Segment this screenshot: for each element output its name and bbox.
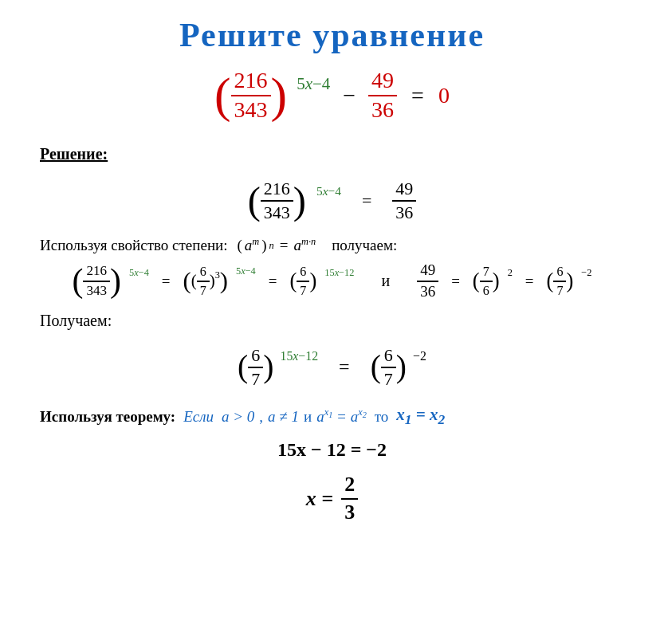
final-den: 3 (341, 500, 358, 524)
exp-f5: 7 6 (480, 265, 493, 298)
final-num: 2 (341, 473, 358, 500)
equals-zero: = (411, 83, 424, 108)
expanded-line: ( 216 343 ) 5x−4 = ( ( 6 7 ) 3 ) 5x−4 = … (32, 262, 632, 300)
final-fraction: 2 3 (341, 473, 358, 524)
page-title: Решите уравнение (32, 16, 632, 54)
theorem-a-gt-0: a > 0 (222, 408, 254, 426)
property-text-before: Используя свойство степени: (40, 237, 228, 254)
den-36: 36 (368, 96, 397, 123)
theorem-then: то (375, 408, 389, 426)
linear-equation: 15x − 12 = −2 (32, 439, 632, 461)
left-paren-main: ( (214, 73, 231, 117)
a-mn: am·n (293, 237, 316, 254)
main-numerator: 216 (231, 69, 271, 96)
s1-frac-paren: ( 216 343 ) (248, 179, 306, 222)
result-label: Получаем: (40, 312, 624, 330)
zero: 0 (438, 83, 450, 108)
linear-eq-text: 15x − 12 = −2 (277, 439, 387, 460)
num-49: 49 (368, 69, 397, 96)
exp-f4: 49 36 (417, 262, 438, 300)
s2-f2: 6 7 (381, 346, 396, 389)
main-fraction-paren: ( 216 343 ) (214, 69, 287, 123)
theorem-and: и (304, 408, 312, 426)
theorem-x1-x2: x1 = x2 (396, 405, 445, 428)
and-text: и (381, 272, 390, 290)
exp-frac3: ( 6 7 ) (289, 265, 316, 298)
s1-frac-49-36: 49 36 (392, 179, 416, 222)
exp-frac1: ( 216 343 ) (73, 264, 121, 299)
exp-f1: 216 343 (83, 264, 110, 299)
exp-frac5: ( 7 6 ) (473, 265, 500, 298)
s2-frac1: ( 6 7 ) (238, 346, 273, 389)
exp-frac6: ( 6 7 ) (547, 265, 574, 298)
theorem-if: Если (183, 408, 214, 426)
minus-sign-main: − (343, 83, 356, 108)
final-answer: x = 2 3 (32, 473, 632, 524)
property-formula: (am)n = am·n (238, 237, 316, 254)
s1-fraction: 216 343 (261, 179, 293, 222)
main-fraction: 216 343 (231, 69, 271, 123)
right-paren-main: ) (271, 73, 288, 117)
s1-den2: 36 (392, 202, 416, 222)
property-line: Используя свойство степени: (am)n = am·n… (40, 237, 632, 254)
double-paren-group: ( ( 6 7 ) 3 ) (183, 265, 228, 298)
s1-num2: 49 (392, 179, 416, 202)
exp-f3: 6 7 (297, 265, 309, 298)
a-m: am (245, 237, 259, 254)
exp-f2: 6 7 (197, 265, 210, 298)
property-text-after: получаем: (332, 237, 397, 254)
step2-equation: ( 6 7 ) 15x−12 = ( 6 7 ) −2 (32, 346, 632, 389)
s2-f1: 6 7 (248, 346, 263, 389)
theorem-a-ne-1: a ≠ 1 (268, 408, 299, 426)
s2-frac2: ( 6 7 ) (371, 346, 407, 389)
theorem-comma1: , (259, 408, 263, 426)
s1-num: 216 (261, 179, 293, 202)
main-equation: ( 216 343 ) 5x−4 − 49 36 = 0 (32, 69, 632, 123)
step1-equation: ( 216 343 ) 5x−4 = 49 36 (32, 179, 632, 222)
fraction-49-36: 49 36 (368, 69, 397, 123)
s1-equals: = (362, 190, 371, 211)
theorem-line: Используя теорему: Если a > 0 , a ≠ 1 и … (40, 405, 632, 428)
main-denominator: 343 (231, 96, 271, 123)
prop-equals: = (280, 237, 289, 254)
s1-left-paren: ( (248, 183, 261, 218)
theorem-ax1: ax1 = ax2 (316, 408, 367, 426)
solution-label: Решение: (40, 145, 632, 163)
theorem-label: Используя теорему: (40, 408, 175, 426)
final-x-label: x = (306, 487, 333, 511)
s1-right-paren: ) (293, 183, 306, 218)
s1-den: 343 (261, 202, 293, 222)
exp-f6: 6 7 (553, 265, 566, 298)
